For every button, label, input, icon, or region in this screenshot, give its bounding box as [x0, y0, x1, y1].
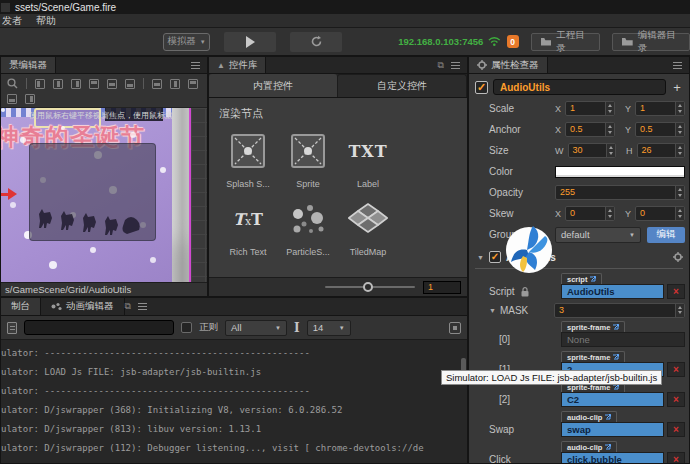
folder-icon — [622, 37, 633, 46]
widget-item-label[interactable]: TXT Label — [339, 131, 397, 189]
asset-type-chip: sprite-frame — [561, 321, 625, 332]
editor-grid-background — [191, 108, 207, 282]
clear-asset-button[interactable]: × — [667, 362, 685, 377]
widget-item-sprite[interactable]: Sprite — [279, 131, 337, 189]
panel-menu-icon[interactable] — [451, 60, 460, 71]
scale-x-input[interactable]: 1 — [565, 101, 615, 116]
tab-custom-widgets[interactable]: 自定义控件 — [337, 74, 467, 97]
align-middle-icon[interactable] — [107, 79, 117, 89]
anchor-x-input[interactable]: 0.5 — [565, 122, 615, 137]
tab-console[interactable]: 制台 — [1, 298, 41, 315]
opacity-input[interactable]: 255 — [555, 185, 685, 200]
panel-menu-icon[interactable] — [191, 60, 200, 71]
swap-audio-field[interactable]: swap — [561, 422, 664, 437]
collapse-triangle-icon[interactable]: ▼ — [489, 307, 496, 314]
menu-item-developer[interactable]: 发者 — [2, 14, 22, 28]
anchor-y-input[interactable]: 0.5 — [635, 122, 685, 137]
script-asset-field[interactable]: AudioUtils — [561, 284, 664, 299]
icon-size-slider[interactable] — [325, 286, 415, 288]
distribute-h-icon[interactable] — [152, 79, 162, 89]
component-gear-icon[interactable] — [673, 252, 683, 262]
log-level-select[interactable]: All ▼ — [225, 320, 287, 336]
widget-item-splash[interactable]: Splash S... — [219, 131, 277, 189]
menu-item-help[interactable]: 帮助 — [36, 14, 56, 28]
clear-asset-button[interactable]: × — [667, 422, 685, 437]
add-component-icon[interactable]: + — [671, 80, 683, 95]
sprite-frame-field-2[interactable]: C2 — [561, 392, 664, 407]
sprite-frame-field-0[interactable]: None — [561, 332, 685, 347]
collapse-log-icon[interactable] — [449, 322, 461, 334]
panel-menu-icon[interactable] — [673, 60, 682, 71]
group-edit-button[interactable]: 编辑 — [647, 227, 685, 243]
align-top-icon[interactable] — [89, 79, 99, 89]
popout-icon[interactable]: ⧉ — [438, 60, 444, 71]
widget-item-particle[interactable]: ParticleS... — [279, 199, 337, 257]
editor-dir-button[interactable]: 编辑器目录 — [612, 33, 690, 51]
tab-builtin-widgets[interactable]: 内置控件 — [209, 74, 337, 97]
log-search-input[interactable] — [24, 320, 174, 335]
widget-item-rich-text[interactable]: TxT Rich Text — [219, 199, 277, 257]
tab-scene-editor[interactable]: 景编辑器 — [1, 57, 56, 73]
color-swatch[interactable] — [555, 166, 685, 178]
skew-x-input[interactable]: 0 — [565, 206, 615, 221]
distribute-v-icon[interactable] — [170, 79, 180, 89]
node-active-checkbox[interactable]: ✓ — [475, 81, 488, 94]
asset-type-chip: audio-clip — [561, 441, 617, 452]
size-h-input[interactable]: 26 — [637, 143, 686, 158]
distribute-top-icon[interactable] — [188, 79, 198, 89]
skew-y-input[interactable]: 0 — [635, 206, 685, 221]
asset-type-chip: script — [561, 273, 602, 284]
mask-count-input[interactable]: 3 — [554, 303, 685, 318]
popout-icon[interactable]: ⧉ — [125, 301, 131, 312]
click-audio-field[interactable]: click.bubble — [561, 452, 664, 463]
refresh-button[interactable] — [290, 32, 342, 52]
component-header[interactable]: ▼ ✓ AudioUtils — [469, 245, 689, 266]
font-size-select[interactable]: 14 ▼ — [307, 320, 351, 336]
clear-asset-button[interactable]: × — [667, 392, 685, 407]
panel-menu-icon[interactable] — [138, 301, 147, 312]
external-link-icon[interactable] — [605, 414, 611, 420]
clear-log-icon[interactable] — [7, 322, 17, 334]
render-node-section-title: 渲染节点 — [219, 106, 457, 121]
tab-animation-editor[interactable]: 动画编辑器 — [41, 298, 125, 315]
tab-property-inspector[interactable]: 属性检查器 — [469, 57, 548, 73]
console-log-area[interactable]: ulator: --------------------------------… — [1, 340, 467, 463]
notification-badge[interactable]: 0 — [507, 35, 519, 48]
window-icon — [1, 3, 10, 12]
scale-y-input[interactable]: 1 — [635, 101, 685, 116]
external-link-icon[interactable] — [590, 276, 596, 282]
collapse-triangle-icon[interactable]: ▼ — [477, 254, 484, 261]
project-dir-button[interactable]: 工程目录 — [531, 33, 600, 51]
clear-asset-button[interactable]: × — [667, 452, 685, 463]
align-right-icon[interactable] — [71, 79, 81, 89]
zoom-tool-icon[interactable] — [7, 78, 18, 89]
device-select-dropdown[interactable]: 模拟器▼ — [163, 33, 210, 51]
external-link-icon[interactable] — [613, 354, 619, 360]
external-link-icon[interactable] — [605, 444, 611, 450]
icon-size-value[interactable]: 1 — [423, 281, 461, 294]
regex-checkbox[interactable] — [181, 322, 192, 333]
simulator-ip-address: 192.168.0.103:7456 — [398, 36, 483, 47]
group-select[interactable]: default ▼ — [555, 227, 641, 243]
log-tooltip: Simulator: LOAD Js FILE: jsb-adapter/jsb… — [441, 370, 662, 385]
external-link-icon[interactable] — [613, 324, 619, 330]
spacing-v-icon[interactable] — [25, 94, 35, 104]
widget-panel-header: ▲ 控件库 ⧉ — [209, 57, 467, 74]
node-breadcrumb[interactable]: s/GameScene/Grid/AudioUtils — [1, 282, 207, 296]
align-left-icon[interactable] — [35, 79, 45, 89]
play-button[interactable] — [224, 32, 276, 52]
tab-widget-library[interactable]: ▲ 控件库 — [209, 57, 266, 73]
component-enabled-checkbox[interactable]: ✓ — [489, 251, 501, 263]
align-center-h-icon[interactable] — [53, 79, 63, 89]
click-property: Click audio-clip click.bubble × — [469, 439, 689, 463]
size-w-input[interactable]: 30 — [568, 143, 617, 158]
node-name-input[interactable]: AudioUtils — [493, 79, 666, 95]
widget-item-tiledmap[interactable]: TiledMap — [339, 199, 397, 257]
spacing-h-icon[interactable] — [7, 94, 17, 104]
anchor-row: Anchor X 0.5 Y 0.5 — [469, 119, 689, 140]
clear-asset-button[interactable]: × — [667, 284, 685, 299]
scene-viewport[interactable]: 使用鼠标右键平移视窗焦点，使用鼠标滚轮缩放视图 神奇的圣诞节 — [1, 108, 207, 282]
cocos-editor-window: ssets/Scene/Game.fire 发者 帮助 模拟器▼ 192.168… — [0, 0, 690, 464]
slider-knob[interactable] — [363, 282, 373, 292]
align-bottom-icon[interactable] — [125, 79, 135, 89]
